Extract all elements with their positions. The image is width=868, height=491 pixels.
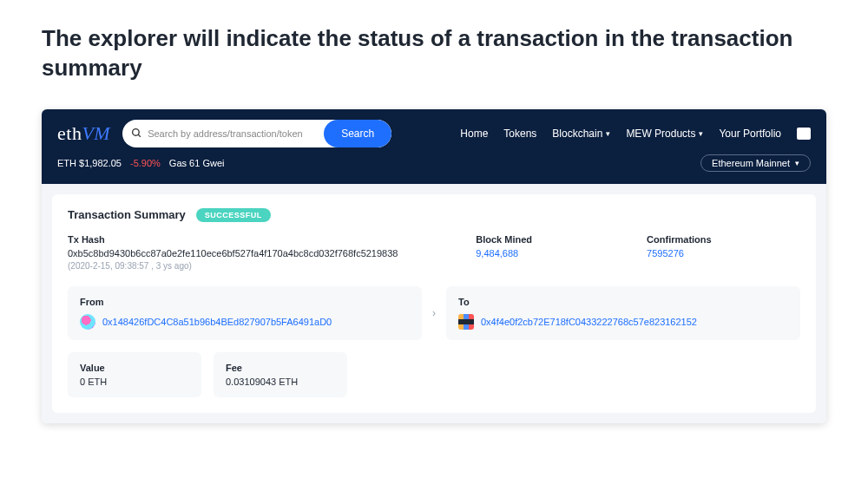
transaction-summary-card: Transaction Summary SUCCESSFUL Tx Hash 0… <box>52 194 816 413</box>
avatar-from-icon <box>80 314 95 330</box>
to-address[interactable]: 0x4f4e0f2cb72E718fC0433222768c57e8231621… <box>481 317 697 327</box>
nav-blockchain[interactable]: Blockchain ▾ <box>552 128 610 140</box>
nav-home[interactable]: Home <box>460 128 488 140</box>
logo[interactable]: ethVM <box>57 122 110 145</box>
nav-blockchain-label: Blockchain <box>552 128 602 140</box>
from-box: From 0x148426fDC4C8a51b96b4BEd827907b5FA… <box>68 286 422 340</box>
network-label: Ethereum Mainnet <box>712 158 790 168</box>
confirmations-value[interactable]: 7595276 <box>647 248 800 259</box>
chevron-down-icon: ▾ <box>699 129 703 138</box>
nav-tokens[interactable]: Tokens <box>503 128 536 140</box>
tx-hash-label: Tx Hash <box>68 234 458 245</box>
to-label: To <box>458 297 788 307</box>
confirmations-label: Confirmations <box>647 234 800 245</box>
eth-price: ETH $1,982.05 <box>57 158 122 168</box>
fee-label: Fee <box>226 363 335 373</box>
tx-hash-value[interactable]: 0xb5c8bd9430b6cc87a0e2fe110ece6bf527fa4f… <box>68 248 458 259</box>
arrow-right-icon: › <box>431 307 437 319</box>
block-mined-value[interactable]: 9,484,688 <box>476 248 629 259</box>
status-badge: SUCCESSFUL <box>196 208 271 222</box>
avatar-to-icon <box>458 314 474 330</box>
eth-price-change: -5.90% <box>130 158 161 168</box>
chevron-down-icon: ▾ <box>795 159 799 167</box>
tx-hash-timestamp: (2020-2-15, 09:38:57 , 3 ys ago) <box>68 261 458 271</box>
value-amount: 0 ETH <box>80 376 189 387</box>
bookmark-icon[interactable] <box>797 128 811 140</box>
svg-point-0 <box>133 129 140 136</box>
search-bar: Search by address/transaction/token Sear… <box>122 120 391 147</box>
search-button[interactable]: Search <box>324 120 391 147</box>
value-box: Value 0 ETH <box>68 352 201 397</box>
summary-title: Transaction Summary <box>68 208 186 221</box>
fee-amount: 0.03109043 ETH <box>226 376 335 387</box>
to-box: To 0x4f4e0f2cb72E718fC0433222768c57e8231… <box>446 286 800 340</box>
from-address[interactable]: 0x148426fDC4C8a51b96b4BEd827907b5FA6491a… <box>102 317 332 327</box>
search-icon <box>131 128 142 139</box>
logo-eth: eth <box>57 122 82 144</box>
nav-mew-label: MEW Products <box>626 128 695 140</box>
nav-portfolio[interactable]: Your Portfolio <box>719 128 781 140</box>
value-label: Value <box>80 363 189 373</box>
search-input[interactable]: Search by address/transaction/token <box>122 120 324 147</box>
logo-vm: VM <box>82 122 110 144</box>
search-placeholder: Search by address/transaction/token <box>148 128 303 139</box>
chevron-down-icon: ▾ <box>606 129 610 138</box>
page-title: The explorer will indicate the status of… <box>0 0 868 92</box>
gas-price: Gas 61 Gwei <box>169 158 225 168</box>
nav: Home Tokens Blockchain ▾ MEW Products ▾ … <box>460 128 811 140</box>
from-label: From <box>80 297 410 307</box>
explorer-window: ethVM Search by address/transaction/toke… <box>42 109 826 423</box>
block-mined-label: Block Mined <box>476 234 629 245</box>
fee-box: Fee 0.03109043 ETH <box>214 352 347 397</box>
network-selector[interactable]: Ethereum Mainnet ▾ <box>700 154 811 172</box>
svg-line-1 <box>138 134 141 137</box>
top-bar: ethVM Search by address/transaction/toke… <box>42 109 826 184</box>
content-area: Transaction Summary SUCCESSFUL Tx Hash 0… <box>42 184 826 423</box>
nav-mew-products[interactable]: MEW Products ▾ <box>626 128 703 140</box>
